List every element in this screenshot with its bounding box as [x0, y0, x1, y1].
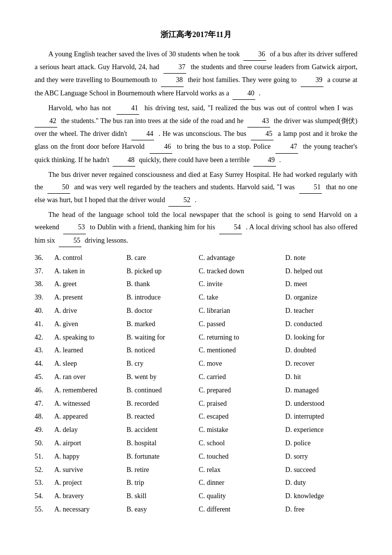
option-num-51: 51.	[35, 451, 54, 463]
option-c-41: C. passed	[198, 318, 285, 330]
option-num-53: 53.	[35, 477, 54, 489]
blank-39: 39	[301, 74, 323, 86]
blank-51: 51	[299, 181, 322, 194]
option-b-49: B. accident	[126, 424, 198, 436]
option-row-53: 53. A. project B. trip C. dinner D. duty	[35, 477, 357, 489]
option-row-37: 37. A. taken in B. picked up C. tracked …	[35, 265, 357, 277]
blank-53: 53	[63, 221, 86, 234]
option-b-44: B. cry	[126, 358, 198, 370]
option-a-36: A. control	[54, 252, 126, 264]
blank-44: 44	[131, 128, 154, 140]
option-row-38: 38. A. greet B. thank C. invite D. meet	[35, 278, 357, 290]
option-b-46: B. continued	[126, 384, 198, 396]
blank-52: 52	[168, 194, 191, 207]
option-num-41: 41.	[35, 318, 54, 330]
passage: A young English teacher saved the lives …	[35, 48, 357, 247]
option-b-42: B. waiting for	[126, 332, 198, 343]
paragraph-2: Harvold, who has not 41 his driving test…	[35, 102, 357, 167]
option-num-49: 49.	[35, 424, 54, 436]
blank-45: 45	[251, 128, 274, 140]
option-d-51: D. sorry	[285, 451, 357, 463]
option-a-51: A. happy	[54, 451, 126, 463]
blank-47: 47	[275, 140, 298, 153]
option-b-51: B. fortunate	[126, 451, 198, 463]
option-c-43: C. mentioned	[198, 344, 285, 356]
option-d-36: D. note	[285, 252, 357, 264]
option-b-52: B. retire	[126, 464, 198, 476]
option-num-55: 55.	[35, 504, 54, 515]
option-d-41: D. conducted	[285, 318, 357, 330]
blank-40: 40	[233, 87, 255, 100]
option-b-37: B. picked up	[126, 265, 198, 277]
option-b-40: B. doctor	[126, 305, 198, 317]
option-d-38: D. meet	[285, 278, 357, 290]
option-d-48: D. interrupted	[285, 411, 357, 423]
option-row-46: 46. A. remembered B. continued C. prepar…	[35, 384, 357, 396]
option-c-38: C. invite	[198, 278, 285, 290]
option-d-37: D. helped out	[285, 265, 357, 277]
option-a-41: A. given	[54, 318, 126, 330]
option-b-53: B. trip	[126, 477, 198, 489]
option-c-47: C. praised	[198, 398, 285, 410]
option-c-40: C. librarian	[198, 305, 285, 317]
option-d-54: D. knowledge	[285, 490, 357, 502]
paragraph-3: The bus driver never regained consciousn…	[35, 169, 357, 207]
option-row-49: 49. A. delay B. accident C. mistake D. e…	[35, 424, 357, 436]
option-d-39: D. organize	[285, 292, 357, 303]
option-num-43: 43.	[35, 344, 54, 356]
option-a-46: A. remembered	[54, 384, 126, 396]
option-row-47: 47. A. witnessed B. recorded C. praised …	[35, 398, 357, 410]
blank-48: 48	[113, 154, 135, 167]
option-num-42: 42.	[35, 332, 54, 343]
option-b-48: B. reacted	[126, 411, 198, 423]
blank-54: 54	[219, 221, 242, 234]
option-a-42: A. speaking to	[54, 332, 126, 343]
option-row-54: 54. A. bravery B. skill C. quality D. kn…	[35, 490, 357, 502]
option-c-36: C. advantage	[198, 252, 285, 264]
option-c-39: C. take	[198, 292, 285, 303]
option-c-42: C. returning to	[198, 332, 285, 343]
option-num-48: 48.	[35, 411, 54, 423]
option-a-44: A. sleep	[54, 358, 126, 370]
option-num-52: 52.	[35, 464, 54, 476]
option-c-53: C. dinner	[198, 477, 285, 489]
option-num-37: 37.	[35, 265, 54, 277]
option-num-54: 54.	[35, 490, 54, 502]
option-num-40: 40.	[35, 305, 54, 317]
blank-41: 41	[117, 102, 139, 115]
blank-37: 37	[163, 61, 186, 74]
option-d-52: D. succeed	[285, 464, 357, 476]
option-num-38: 38.	[35, 278, 54, 290]
option-a-55: A. necessary	[54, 504, 126, 515]
option-num-45: 45.	[35, 371, 54, 383]
option-b-50: B. hospital	[126, 437, 198, 449]
option-b-47: B. recorded	[126, 398, 198, 410]
option-b-36: B. care	[126, 252, 198, 264]
option-c-44: C. move	[198, 358, 285, 370]
option-num-46: 46.	[35, 384, 54, 396]
option-a-49: A. delay	[54, 424, 126, 436]
option-c-48: C. escaped	[198, 411, 285, 423]
option-a-37: A. taken in	[54, 265, 126, 277]
option-b-41: B. marked	[126, 318, 198, 330]
option-row-36: 36. A. control B. care C. advantage D. n…	[35, 252, 357, 264]
option-a-47: A. witnessed	[54, 398, 126, 410]
paragraph-1: A young English teacher saved the lives …	[35, 48, 357, 100]
option-b-39: B. introduce	[126, 292, 198, 303]
option-b-54: B. skill	[126, 490, 198, 502]
option-a-43: A. learned	[54, 344, 126, 356]
option-row-50: 50. A. airport B. hospital C. school D. …	[35, 437, 357, 449]
option-num-36: 36.	[35, 252, 54, 264]
title: 浙江高考2017年11月	[35, 30, 357, 40]
option-row-40: 40. A. drive B. doctor C. librarian D. t…	[35, 305, 357, 317]
option-b-45: B. went by	[126, 371, 198, 383]
option-d-47: D. understood	[285, 398, 357, 410]
option-row-48: 48. A. appeared B. reacted C. escaped D.…	[35, 411, 357, 423]
option-row-55: 55. A. necessary B. easy C. different D.…	[35, 504, 357, 515]
option-num-39: 39.	[35, 292, 54, 303]
option-a-38: A. greet	[54, 278, 126, 290]
options-section: 36. A. control B. care C. advantage D. n…	[35, 252, 357, 515]
option-a-48: A. appeared	[54, 411, 126, 423]
option-c-52: C. relax	[198, 464, 285, 476]
blank-38: 38	[161, 74, 184, 86]
